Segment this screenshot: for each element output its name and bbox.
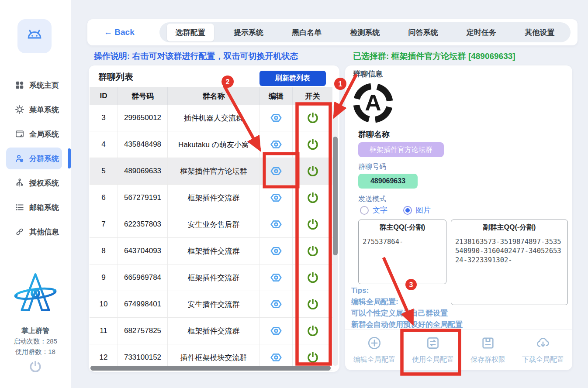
android-icon (25, 26, 44, 47)
vice-owner-qq-textarea[interactable]: 2138163573-3519874897-3535540990-3160402… (451, 235, 567, 267)
group-power-toggle[interactable] (306, 137, 320, 151)
app-logo (17, 19, 52, 53)
tips-line: Tips: (351, 285, 463, 296)
tab-2[interactable]: 提示系统 (225, 24, 272, 41)
tab-7[interactable]: 其他设置 (516, 24, 563, 41)
action-label: 保存群权限 (470, 355, 505, 364)
group-row-567279191[interactable]: 6567279191框架插件交流群 (90, 185, 332, 211)
tab-5[interactable]: 问答系统 (400, 24, 447, 41)
sidebar-item-other[interactable]: 其他信息 (0, 222, 71, 242)
swap-icon (425, 336, 440, 352)
cell-id: 5 (90, 158, 118, 184)
grid-icon (15, 80, 24, 90)
window-edit-icon (15, 129, 24, 139)
cloud-download-icon (536, 336, 550, 352)
list-icon (15, 203, 24, 212)
owner-qq-textarea[interactable]: 275537864- (359, 235, 446, 249)
action-button-4[interactable]: 下载全局配置 (522, 336, 564, 364)
group-power-toggle[interactable] (306, 244, 320, 258)
group-power-toggle[interactable] (306, 324, 320, 338)
sidebar-item-home[interactable]: 系统主页 (0, 75, 71, 95)
sidebar-item-mail[interactable]: 邮箱系统 (0, 197, 71, 217)
group-power-toggle[interactable] (306, 297, 320, 311)
tab-6[interactable]: 定时任务 (458, 24, 505, 41)
sidebar-item-label: 菜单系统 (29, 105, 59, 115)
cell-switch (293, 158, 332, 184)
group-power-toggle[interactable] (306, 164, 320, 178)
edit-group-button[interactable] (269, 350, 283, 364)
cell-edit (260, 264, 293, 291)
group-power-toggle[interactable] (306, 271, 320, 285)
cell-group-name: 插件机器人交流群 (168, 105, 260, 131)
send-mode-radios: 文字图片 (360, 205, 431, 215)
edit-group-button[interactable] (269, 217, 283, 231)
group-power-toggle[interactable] (306, 350, 320, 364)
group-row-674998401[interactable]: 10674998401安生插件交流群 (90, 291, 332, 318)
refresh-group-list-button[interactable]: 刷新群列表 (259, 71, 326, 86)
send-mode-option-1[interactable]: 文字 (360, 205, 387, 215)
group-row-489069633[interactable]: 5489069633框架插件官方论坛群 (90, 158, 332, 185)
column-header-5: 开关 (293, 87, 332, 105)
shutdown-button[interactable] (0, 360, 71, 375)
group-power-toggle[interactable] (306, 191, 320, 205)
cell-group-name: 框架插件官方论坛群 (168, 158, 260, 184)
cell-switch (293, 291, 332, 317)
group-power-toggle[interactable] (306, 217, 320, 231)
app-window: 系统主页菜单系统全局系统分群系统授权系统邮箱系统其他信息 (0, 0, 588, 388)
edit-group-button[interactable] (269, 324, 283, 338)
selected-group-status: 已选择群: 框架插件官方论坛群 [489069633] (353, 51, 515, 62)
edit-group-button[interactable] (269, 297, 283, 311)
plus-circle-icon (367, 336, 382, 352)
edit-group-button[interactable] (269, 244, 283, 258)
tab-1[interactable]: 选群配置 (167, 24, 214, 41)
edit-group-button[interactable] (269, 111, 283, 125)
gear-icon (15, 105, 24, 114)
column-header-3: 群名称 (168, 87, 260, 105)
cell-id: 11 (90, 318, 118, 344)
tab-3[interactable]: 黑白名单 (283, 24, 330, 41)
edit-group-button[interactable] (269, 164, 283, 178)
sidebar-item-global[interactable]: 全局系统 (0, 124, 71, 144)
group-row-682757825[interactable]: 11682757825框架插件交流群 (90, 318, 332, 344)
action-button-2[interactable]: 使用全局配置 (412, 336, 454, 364)
cell-group-name: 框架插件交流群 (168, 238, 260, 264)
send-mode-option-2[interactable]: 图片 (403, 205, 431, 215)
sidebar-item-label: 系统主页 (29, 80, 59, 90)
vertical-scrollbar-track[interactable] (332, 105, 338, 366)
group-row-665969784[interactable]: 9665969784框架插件交流群 (90, 264, 332, 291)
action-button-1[interactable]: 编辑全局配置 (353, 336, 395, 364)
edit-group-button[interactable] (269, 137, 283, 151)
group-row-643704093[interactable]: 8643704093框架插件交流群 (90, 238, 332, 264)
tips-text: Tips:编辑全局配置:可以个性定义属于自己群设置新群会自动使用预设好的全局配置 (351, 285, 463, 330)
group-row-622357803[interactable]: 7622357803安生业务售后群 (90, 211, 332, 238)
cell-edit (260, 158, 293, 184)
cell-group-number: 643704093 (118, 238, 168, 264)
config-tabs: 选群配置提示系统黑白名单检测系统问答系统定时任务其他设置 (159, 22, 571, 42)
cell-group-name: 安生业务售后群 (168, 211, 260, 237)
vertical-scrollbar-thumb[interactable] (333, 137, 338, 255)
radio-icon (403, 206, 412, 215)
back-button[interactable]: ← Back (104, 27, 135, 37)
active-indicator (68, 148, 71, 168)
cell-id: 4 (90, 131, 118, 158)
action-button-3[interactable]: 保存群权限 (470, 336, 505, 364)
edit-group-button[interactable] (269, 271, 283, 285)
column-header-2: 群号码 (118, 87, 168, 105)
group-info-card: 群聊信息 A 群聊名称 框架插件官方论坛群 群聊号码 489069633 发送模… (345, 65, 572, 370)
edit-group-button[interactable] (269, 191, 283, 205)
group-row-435848498[interactable]: 4435848498Hakutaku の萌友小窝 (90, 131, 332, 158)
cell-edit (260, 211, 293, 237)
cell-group-number: 622357803 (118, 211, 168, 237)
sidebar-item-auth[interactable]: 授权系统 (0, 173, 71, 193)
group-power-toggle[interactable] (306, 111, 320, 125)
cell-edit (260, 131, 293, 158)
power-icon (28, 367, 42, 375)
tab-4[interactable]: 检测系统 (341, 24, 388, 41)
sidebar-item-group[interactable]: 分群系统 (0, 148, 71, 168)
horizontal-scrollbar-thumb[interactable] (90, 366, 331, 371)
horizontal-scrollbar-track[interactable] (90, 366, 332, 371)
group-row-299650012[interactable]: 3299650012插件机器人交流群 (90, 105, 332, 131)
sidebar-item-label: 全局系统 (29, 129, 59, 139)
sidebar-item-menu[interactable]: 菜单系统 (0, 100, 71, 120)
cell-edit (260, 185, 293, 211)
